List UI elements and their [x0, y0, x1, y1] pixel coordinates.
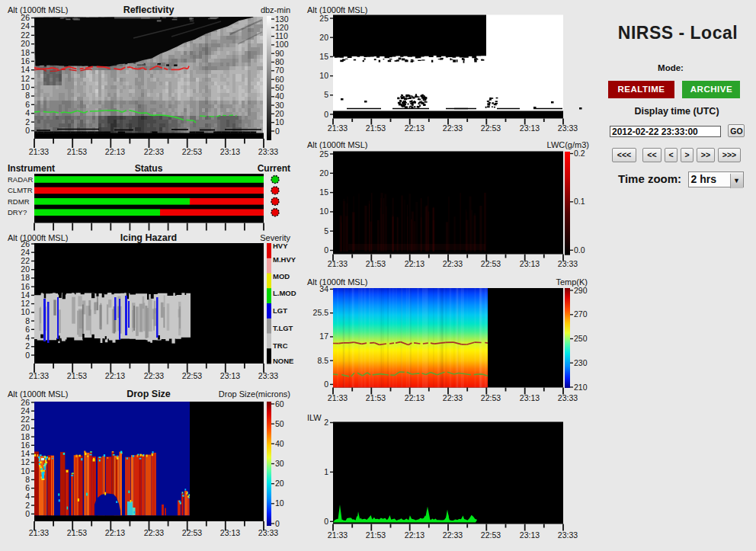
svg-text:2: 2 — [25, 501, 30, 510]
svg-text:4: 4 — [25, 333, 30, 342]
svg-text:14: 14 — [21, 290, 30, 300]
svg-text:18: 18 — [21, 273, 30, 282]
svg-text:Alt (1000ft MSL): Alt (1000ft MSL) — [307, 277, 367, 287]
svg-text:0: 0 — [275, 127, 280, 136]
svg-text:20: 20 — [21, 39, 30, 48]
svg-text:10: 10 — [319, 207, 328, 216]
svg-text:34: 34 — [319, 284, 328, 293]
svg-text:Drop Size: Drop Size — [127, 389, 171, 399]
svg-text:100: 100 — [275, 40, 289, 49]
svg-text:130: 130 — [275, 14, 289, 24]
svg-text:22:33: 22:33 — [443, 123, 463, 133]
svg-text:21:33: 21:33 — [328, 393, 348, 402]
svg-text:ILW: ILW — [307, 413, 322, 422]
svg-text:40: 40 — [275, 439, 284, 448]
svg-text:22:53: 22:53 — [182, 147, 202, 156]
svg-text:26: 26 — [21, 13, 30, 22]
svg-text:20: 20 — [275, 479, 284, 488]
svg-text:8: 8 — [25, 316, 30, 325]
svg-text:21:33: 21:33 — [29, 147, 49, 156]
svg-text:25: 25 — [319, 14, 328, 23]
svg-text:21:53: 21:53 — [366, 393, 386, 402]
svg-text:MOD: MOD — [273, 272, 290, 280]
svg-text:120: 120 — [275, 23, 289, 32]
svg-text:21:33: 21:33 — [29, 371, 49, 380]
svg-text:30: 30 — [275, 459, 284, 468]
svg-text:0: 0 — [25, 126, 30, 135]
svg-text:21:33: 21:33 — [328, 123, 348, 133]
svg-text:2: 2 — [25, 341, 30, 351]
svg-text:0: 0 — [324, 245, 328, 255]
svg-text:250: 250 — [574, 334, 588, 343]
svg-text:22: 22 — [21, 30, 30, 40]
svg-text:2: 2 — [324, 418, 328, 427]
svg-text:20: 20 — [319, 168, 328, 178]
svg-text:0: 0 — [324, 517, 328, 526]
svg-text:12: 12 — [21, 74, 30, 83]
svg-text:21:33: 21:33 — [328, 259, 348, 268]
svg-text:23:33: 23:33 — [558, 259, 578, 268]
svg-text:18: 18 — [21, 48, 30, 57]
svg-text:16: 16 — [21, 282, 30, 291]
svg-text:M.HVY: M.HVY — [273, 255, 296, 264]
svg-text:DRY?: DRY? — [8, 208, 27, 216]
svg-text:4: 4 — [25, 108, 30, 117]
svg-text:2: 2 — [25, 117, 30, 127]
svg-text:0.2: 0.2 — [574, 149, 585, 158]
svg-text:5: 5 — [324, 90, 328, 99]
svg-text:20: 20 — [21, 423, 30, 432]
svg-text:22:33: 22:33 — [144, 528, 164, 537]
svg-text:26: 26 — [21, 239, 30, 248]
svg-text:Alt (1000ft MSL): Alt (1000ft MSL) — [307, 5, 367, 14]
svg-text:25: 25 — [319, 149, 328, 159]
svg-text:LGT: LGT — [273, 306, 287, 315]
svg-text:10: 10 — [21, 82, 30, 91]
svg-text:22:13: 22:13 — [405, 530, 424, 540]
svg-text:50: 50 — [275, 419, 284, 428]
svg-text:6: 6 — [25, 483, 30, 492]
svg-text:21:53: 21:53 — [366, 259, 386, 268]
svg-text:16: 16 — [21, 440, 30, 450]
svg-text:RADAR: RADAR — [8, 175, 33, 184]
svg-text:22:13: 22:13 — [405, 393, 424, 402]
svg-text:290: 290 — [574, 286, 588, 295]
svg-text:22: 22 — [21, 256, 30, 265]
svg-text:60: 60 — [275, 399, 284, 408]
svg-text:22:53: 22:53 — [481, 259, 501, 268]
svg-text:6: 6 — [25, 100, 30, 109]
svg-text:12: 12 — [21, 457, 30, 466]
svg-text:22:33: 22:33 — [443, 530, 463, 540]
svg-text:T.LGT: T.LGT — [273, 324, 293, 332]
svg-text:20: 20 — [275, 109, 284, 118]
svg-text:10: 10 — [21, 307, 30, 316]
svg-text:23:13: 23:13 — [220, 147, 240, 156]
svg-text:23:13: 23:13 — [220, 528, 240, 537]
svg-text:23:33: 23:33 — [558, 530, 578, 540]
svg-text:18: 18 — [21, 432, 30, 441]
svg-text:23:13: 23:13 — [520, 530, 540, 540]
svg-text:110: 110 — [275, 31, 288, 40]
svg-text:22:33: 22:33 — [443, 393, 463, 402]
svg-text:RDMR: RDMR — [8, 197, 30, 206]
svg-text:NONE: NONE — [273, 357, 293, 365]
svg-text:0.1: 0.1 — [574, 197, 585, 206]
svg-text:26: 26 — [21, 398, 30, 407]
svg-text:21:33: 21:33 — [29, 528, 49, 537]
svg-text:10: 10 — [319, 71, 328, 80]
svg-text:80: 80 — [275, 57, 284, 66]
svg-text:14: 14 — [21, 65, 30, 74]
svg-text:22:13: 22:13 — [105, 147, 125, 156]
svg-text:0: 0 — [25, 351, 30, 360]
svg-text:21:53: 21:53 — [67, 528, 87, 537]
svg-text:1: 1 — [324, 467, 328, 476]
svg-text:21:53: 21:53 — [366, 530, 386, 540]
svg-text:23:13: 23:13 — [520, 123, 540, 133]
svg-text:8: 8 — [25, 475, 30, 484]
svg-text:Alt (1000ft MSL): Alt (1000ft MSL) — [8, 233, 68, 242]
svg-text:10: 10 — [275, 117, 284, 127]
svg-text:21:53: 21:53 — [67, 371, 87, 380]
svg-text:60: 60 — [275, 75, 284, 84]
svg-text:23:13: 23:13 — [220, 371, 240, 380]
svg-text:22:13: 22:13 — [405, 259, 424, 268]
svg-text:12: 12 — [21, 299, 30, 308]
